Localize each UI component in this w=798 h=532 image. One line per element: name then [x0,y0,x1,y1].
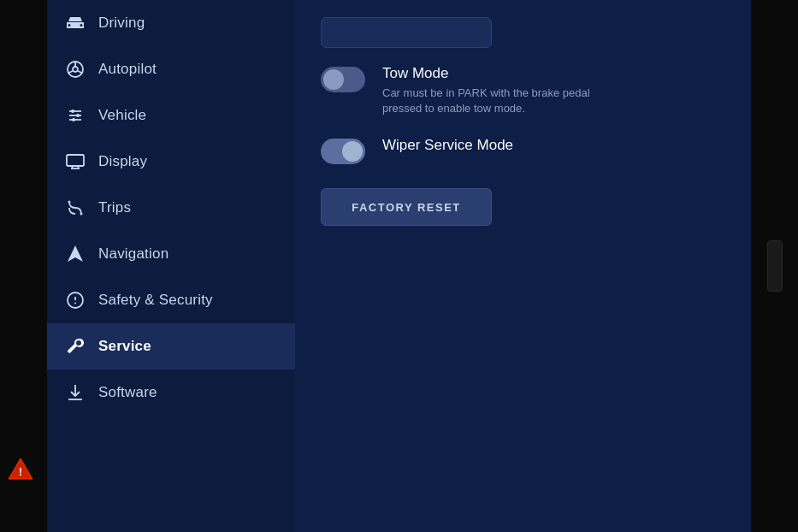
sidebar-label-safety: Safety & Security [98,292,213,309]
wrench-icon [64,335,86,358]
svg-rect-13 [67,155,84,166]
sidebar-label-display: Display [98,153,147,170]
tow-mode-text: Tow Mode Car must be in PARK with the br… [382,65,725,116]
navigation-icon [64,243,86,265]
svg-point-17 [68,201,71,204]
sidebar-item-trips[interactable]: Trips [47,185,295,231]
svg-line-6 [78,71,83,74]
sidebar-item-vehicle[interactable]: Vehicle [47,92,295,139]
svg-line-5 [68,71,74,74]
sidebar-label-vehicle: Vehicle [98,107,146,124]
hazard-icon: ! [7,457,34,481]
svg-point-22 [74,303,76,304]
main-content: Tow Mode Car must be in PARK with the br… [295,0,751,532]
sidebar-item-software[interactable]: Software [47,369,295,416]
wiper-service-title: Wiper Service Mode [382,137,725,154]
sidebar-label-driving: Driving [98,15,145,32]
top-bar [321,17,725,48]
sidebar-item-navigation[interactable]: Navigation [47,231,295,277]
svg-text:!: ! [19,466,22,478]
tow-mode-title: Tow Mode [382,65,725,82]
wiper-service-text: Wiper Service Mode [382,137,725,157]
sidebar-label-autopilot: Autopilot [98,61,157,78]
trips-icon [64,197,86,219]
steering-wheel-icon [64,58,86,80]
tow-mode-toggle[interactable] [321,67,365,92]
sliders-icon [64,104,86,127]
sidebar-label-software: Software [98,384,157,401]
main-screen: Driving Autopilot [47,0,751,532]
tow-mode-desc: Car must be in PARK with the brake pedal… [382,86,622,116]
wiper-service-knob [342,141,363,162]
sidebar-item-autopilot[interactable]: Autopilot [47,46,295,92]
search-box[interactable] [321,17,492,48]
sidebar-label-navigation: Navigation [98,245,168,263]
sidebar-label-service: Service [98,338,151,355]
svg-point-18 [80,213,83,216]
safety-icon [64,289,86,311]
wiper-service-row: Wiper Service Mode [321,137,725,164]
right-handle [767,240,783,292]
sidebar-item-service[interactable]: Service [47,323,295,369]
svg-marker-19 [68,245,83,262]
sidebar: Driving Autopilot [47,0,295,532]
wiper-service-toggle[interactable] [321,139,365,164]
car-icon [64,12,86,34]
svg-point-3 [73,67,78,72]
sidebar-item-safety[interactable]: Safety & Security [47,277,295,323]
tow-mode-row: Tow Mode Car must be in PARK with the br… [321,65,725,116]
factory-reset-button[interactable]: FACTORY RESET [321,188,492,226]
tow-mode-knob [323,69,344,90]
svg-point-10 [71,109,74,113]
display-icon [64,151,86,173]
bezel-right [751,0,798,532]
bezel-left: ! [0,0,47,532]
download-icon [64,381,86,404]
sidebar-item-driving[interactable]: Driving [47,0,295,46]
svg-point-11 [76,114,80,117]
sidebar-label-trips: Trips [98,199,131,216]
sidebar-item-display[interactable]: Display [47,139,295,185]
svg-point-12 [72,118,75,121]
